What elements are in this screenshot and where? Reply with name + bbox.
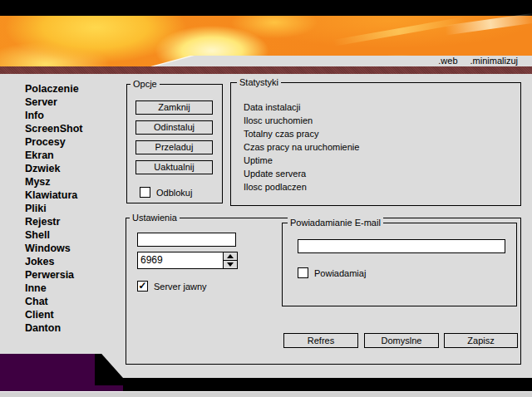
sidebar-item-polaczenie[interactable]: Polaczenie [25,82,121,96]
powiadamiaj-checkbox-label: Powiadamiaj [314,268,366,278]
ustawienia-group: Ustawienia 6969 ✓ Server jawny Powiadami… [126,218,521,365]
sidebar-item-dzwiek[interactable]: Dzwiek [25,162,121,175]
uaktualnij-button[interactable]: Uaktualnij [135,160,213,174]
email-input[interactable] [298,239,505,253]
sidebar-item-rejestr[interactable]: Rejestr [25,215,121,228]
stat-data-instalacji: Data instalacji [244,100,359,114]
zapisz-button[interactable]: Zapisz [444,333,518,348]
banner-link-strip: .web .minimalizuj [155,56,532,66]
email-group-label: Powiadamianie E-mail [288,218,383,228]
stat-ilosc-uruchomien: Ilosc uruchomien [244,114,359,127]
server-jawny-checkbox[interactable]: ✓ [137,281,148,292]
port-spinner [223,252,237,268]
sidebar-item-client[interactable]: Client [25,308,121,321]
up-arrow-icon [227,254,234,258]
zamknij-button[interactable]: Zamknij [135,100,213,115]
sidebar-item-shell[interactable]: Shell [25,228,121,242]
refres-button[interactable]: Refres [283,333,358,348]
sidebar-item-mysz[interactable]: Mysz [25,175,121,189]
server-name-input[interactable] [137,233,236,247]
down-arrow-icon [227,262,234,267]
port-value[interactable]: 6969 [140,252,222,268]
checkmark-icon: ✓ [138,282,146,291]
sidebar-item-perwersia[interactable]: Perwersia [25,268,121,282]
purple-decoration-strip [95,385,123,391]
sidebar-item-info[interactable]: Info [25,109,121,122]
opcje-group: Opcje Zamknij Odinstaluj Przeladuj Uaktu… [126,84,223,203]
sidebar-menu: Polaczenie Server Info ScreenShot Proces… [25,82,121,335]
server-jawny-checkbox-label: Server jawny [154,282,207,292]
odblokuj-checkbox-label: Odblokuj [156,188,192,198]
opcje-group-label: Opcje [131,79,160,90]
sidebar-item-pliki[interactable]: Pliki [25,202,121,215]
minimize-link[interactable]: .minimalizuj [470,56,518,66]
statystyki-group: Statystyki Data instalacji Ilosc uruchom… [230,82,521,206]
email-group: Powiadamianie E-mail Powiadamiaj [282,223,517,306]
bottom-gray-strip [0,391,532,397]
stat-uptime: Uptime [244,154,359,167]
window-titlebar: Danton v 4.2. 1. beta by Lol_ek [0,0,532,16]
web-link[interactable]: .web [438,56,457,66]
black-diagonal-decoration [95,354,123,378]
server-jawny-checkbox-row[interactable]: ✓ Server jawny [137,281,207,292]
maroon-divider [0,66,532,74]
sidebar-item-klawiatura[interactable]: Klawiatura [25,189,121,202]
sidebar-item-procesy[interactable]: Procesy [25,135,121,149]
purple-decoration-block [0,354,95,391]
sidebar-item-inne[interactable]: Inne [25,282,121,295]
odinstaluj-button[interactable]: Odinstaluj [135,120,213,135]
domyslne-button[interactable]: Domyslne [364,333,439,348]
stat-totalny-czas: Totalny czas pracy [244,127,359,140]
ustawienia-group-label: Ustawienia [130,213,180,223]
powiadamiaj-checkbox-row[interactable]: Powiadamiaj [298,267,366,278]
sidebar-item-ekran[interactable]: Ekran [25,149,121,162]
sidebar-item-chat[interactable]: Chat [25,295,121,308]
sidebar-item-jokes[interactable]: Jokes [25,255,121,268]
port-spinbox[interactable]: 6969 [137,252,238,269]
stat-czas-na-uruchomienie: Czas pracy na uruchomienie [244,140,359,154]
powiadamiaj-checkbox[interactable] [298,267,308,278]
odblokuj-checkbox[interactable] [140,187,150,198]
statystyki-list: Data instalacji Ilosc uruchomien Totalny… [244,100,359,194]
stat-ilosc-podlaczen: Ilosc podlaczen [244,180,359,194]
statystyki-group-label: Statystyki [237,77,281,88]
sidebar-item-windows[interactable]: Windows [25,242,121,255]
sidebar-item-server[interactable]: Server [25,96,121,109]
black-bottom-bar [95,378,532,391]
stat-update-servera: Update servera [244,167,359,180]
odblokuj-checkbox-row[interactable]: Odblokuj [140,187,192,198]
sidebar-item-danton[interactable]: Danton [25,321,121,335]
sidebar-item-screenshot[interactable]: ScreenShot [25,122,121,135]
spin-up-button[interactable] [224,252,237,261]
przeladuj-button[interactable]: Przeladuj [135,140,213,154]
spin-down-button[interactable] [224,261,237,268]
